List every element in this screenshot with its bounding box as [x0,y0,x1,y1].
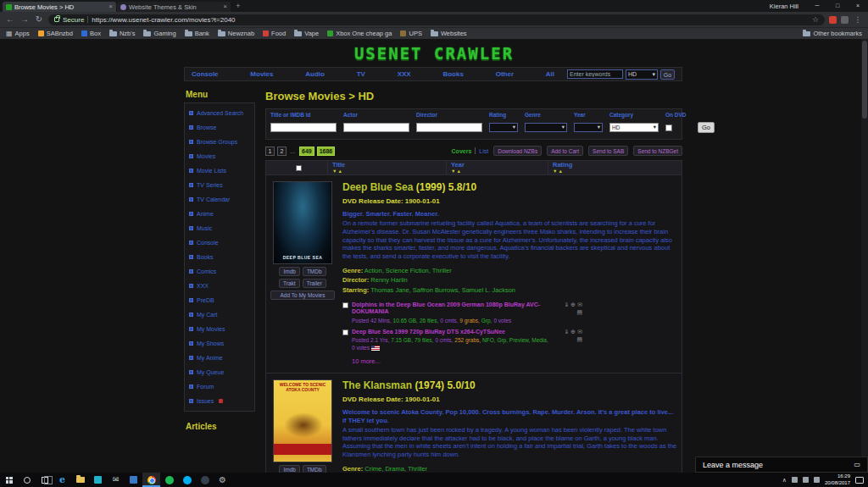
genre-filter-select[interactable]: ▾ [525,123,567,132]
taskbar-app-edge[interactable]: e [53,473,71,487]
director-filter-input[interactable] [416,123,482,132]
add-to-cart-icon[interactable]: ⊕ [570,302,576,307]
action-center-icon[interactable] [855,477,864,484]
nav-other[interactable]: Other [496,70,514,78]
bookmark-folder-newznab[interactable]: Newznab [218,30,254,37]
sidebar-link[interactable]: Browse [197,125,216,130]
nav-all[interactable]: All [546,70,554,78]
download-nzb-icon[interactable]: ⇓ [564,302,569,307]
reload-icon[interactable]: ↻ [34,15,44,24]
taskbar-app-file-explorer[interactable] [71,473,89,487]
rating-column-header[interactable]: Rating ▼▲ [548,161,682,174]
download-nzbs-button[interactable]: Download NZBs [493,146,542,156]
network-icon[interactable] [792,477,798,483]
bookmark-xbox[interactable]: Xbox One cheap ga [327,30,392,37]
list-view-toggle[interactable]: List [479,148,488,154]
nzb-title-link[interactable]: Deep Blue Sea 1999 720p BluRay DTS x264-… [352,329,554,335]
sort-icons[interactable]: ▼▲ [332,169,446,174]
nzb-details-icon[interactable]: ▤ [576,336,582,342]
page-button-last[interactable]: 1686 [317,147,336,156]
imdb-button[interactable]: Imdb [279,267,299,276]
bookmark-folder-bank[interactable]: Bank [185,30,209,37]
back-icon[interactable]: ← [5,15,15,24]
sidebar-link[interactable]: Movie Lists [197,168,226,174]
taskbar-app-spotify[interactable] [160,473,178,487]
movie-title-link[interactable]: Deep Blue Sea [342,181,413,193]
category-filter-select[interactable]: HD▾ [609,123,659,132]
browser-profile-name[interactable]: Kieran Hill [770,3,798,10]
bookmark-folder-vape[interactable]: Vape [294,30,319,37]
send-to-nzbget-button[interactable]: Send to NZBGet [633,146,682,156]
tray-up-icon[interactable]: ∧ [782,477,787,484]
nzb-title-link[interactable]: Dolphins in the Deep Blue Ocean 2009 Ger… [352,302,554,316]
sidebar-link[interactable]: Comics [197,268,216,274]
taskbar-app-skype[interactable] [178,473,196,487]
covers-view-toggle[interactable]: Covers [452,148,472,154]
sort-icons[interactable]: ▼▲ [451,169,548,174]
taskbar-app-steam[interactable] [196,473,214,487]
page-button-2[interactable]: 2 [277,147,287,156]
new-tab-button[interactable]: + [231,2,245,10]
extension-icon[interactable] [841,16,849,24]
taskbar-app-chrome[interactable] [142,473,160,487]
nav-console[interactable]: Console [192,70,219,78]
close-button[interactable]: × [848,0,868,11]
sidebar-link[interactable]: Anime [197,211,214,217]
bookmark-ups[interactable]: UPS [400,30,421,37]
nav-xxx[interactable]: XXX [398,70,411,78]
category-select[interactable]: HD▾ [626,69,658,80]
trailer-button[interactable]: Trailer [303,279,326,288]
year-filter-select[interactable]: ▾ [574,123,603,132]
browser-tab-background[interactable]: Website Themes & Skin × [117,2,231,12]
minimize-button[interactable]: ─ [807,0,827,11]
nav-tv[interactable]: TV [357,70,365,78]
keyword-search-input[interactable] [567,69,623,79]
taskbar-clock[interactable]: 16:29 20/08/2017 [825,473,850,485]
select-all-checkbox[interactable] [296,165,302,171]
movie-title-link[interactable]: The Klansman [342,379,412,391]
nzb-extras[interactable]: Grp, [481,318,492,324]
nzb-details-icon[interactable]: ▤ [576,309,582,315]
sidebar-link[interactable]: Forum [197,384,214,390]
chrome-menu-icon[interactable]: ⋮ [853,16,863,24]
sort-icons[interactable]: ▼▲ [553,169,682,174]
bookmark-folder-gaming[interactable]: Gaming [143,30,175,37]
bookmark-food[interactable]: Food [263,30,286,37]
sidebar-link[interactable]: TV Series [197,182,223,188]
task-view-button[interactable] [36,473,53,487]
maximize-button[interactable]: □ [827,0,848,11]
scrollbar-thumb[interactable] [862,41,867,119]
taskbar-app-store[interactable] [89,473,107,487]
actor-filter-input[interactable] [343,123,409,132]
title-filter-input[interactable] [270,123,337,132]
nzb-checkbox[interactable] [342,329,348,335]
tab-close-icon[interactable]: × [223,3,227,10]
sidebar-link[interactable]: My Shows [197,340,224,346]
address-bar[interactable]: Secure https://www.usenet-crawler.com/mo… [48,14,825,25]
sidebar-link[interactable]: My Cart [197,312,218,318]
taskbar-app-mail[interactable]: ✉ [107,473,125,487]
tab-close-icon[interactable]: × [108,3,113,10]
add-to-cart-button[interactable]: Add to Cart [547,146,583,156]
rating-filter-select[interactable]: ▾ [489,123,518,132]
bookmark-sabnzbd[interactable]: SABnzbd [38,30,73,37]
trakt-button[interactable]: Trakt [279,279,300,288]
filter-go-button[interactable]: Go [698,122,715,133]
sidebar-link[interactable]: Browse Groups [197,139,237,145]
nzb-checkbox[interactable] [342,302,348,308]
sidebar-link[interactable]: Console [197,240,219,246]
sidebar-link[interactable]: Movies [197,153,215,159]
volume-icon[interactable] [803,477,809,483]
bookmark-apps[interactable]: ▦Apps [6,30,30,37]
cortana-search-button[interactable] [18,473,36,487]
bookmark-star-icon[interactable]: ☆ [812,15,819,24]
ondvd-checkbox[interactable] [665,125,672,131]
page-button-1[interactable]: 1 [265,147,275,156]
sidebar-link[interactable]: TV Calendar [197,196,230,202]
sidebar-link[interactable]: My Anime [197,355,223,361]
sidebar-link[interactable]: Advanced Search [197,110,243,116]
send-to-sab-button[interactable]: Send to SAB [588,146,628,156]
movie-poster[interactable]: DEEP BLUE SEA [273,181,332,264]
page-button-649[interactable]: 649 [299,147,314,156]
sidebar-link[interactable]: PreDB [197,297,214,303]
